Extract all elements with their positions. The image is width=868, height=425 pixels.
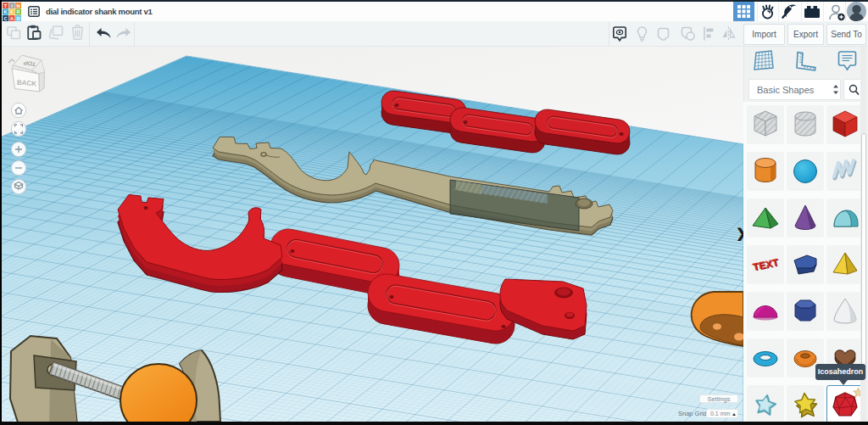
svg-text:C: C [3, 16, 7, 21]
svg-text:A: A [10, 16, 14, 21]
svg-text:R: R [16, 9, 19, 14]
svg-text:TEXT: TEXT [752, 256, 781, 273]
svg-text:D: D [16, 16, 19, 21]
svg-text:BACK: BACK [17, 79, 37, 88]
svg-text:T: T [4, 3, 8, 8]
svg-text:K: K [3, 9, 7, 14]
svg-text:N: N [16, 3, 19, 8]
svg-text:E: E [10, 9, 14, 14]
